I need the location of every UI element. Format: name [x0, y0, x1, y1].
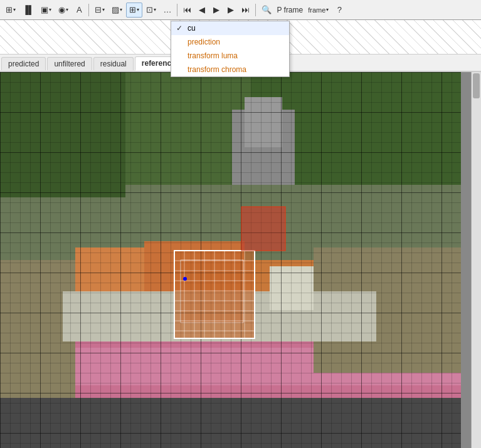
more-icon: …	[163, 6, 171, 14]
toolbar-btn-nav-end[interactable]: ⏭	[238, 3, 253, 18]
main-content: H E V C https://blog.csdn.net/qq_32642	[0, 72, 481, 448]
dropdown-menu: ✓ cu prediction transform luma transform…	[171, 21, 290, 77]
letter-icon: A	[77, 6, 82, 14]
dropdown-item-label-transform-luma: transform luma	[188, 51, 238, 60]
dropdown-item-label-transform-chroma: transform chroma	[188, 65, 246, 74]
toolbar-btn-nav-next[interactable]: ▶	[224, 3, 238, 18]
nav-start-icon: ⏮	[183, 6, 191, 14]
dropdown-arrow5: ▾	[120, 7, 122, 13]
check-icon: ✓	[176, 24, 184, 33]
toolbar-btn-frame-dropdown[interactable]: frame▾	[305, 3, 332, 18]
toolbar-btn-help[interactable]: ?	[332, 3, 346, 18]
separator2	[177, 4, 177, 16]
nav-next-icon: ▶	[228, 6, 234, 14]
toolbar-btn-square[interactable]: ▣▾	[38, 3, 55, 18]
image-icon: ▨	[112, 6, 119, 14]
toolbar-btn-more[interactable]: …	[160, 3, 174, 18]
frame-type-label: P frame	[275, 6, 304, 14]
dropdown-arrow4: ▾	[102, 7, 105, 13]
toolbar-btn-grid2[interactable]: ⊟▾	[92, 3, 108, 18]
dropdown-item-prediction[interactable]: prediction	[171, 35, 289, 49]
svg-rect-38	[241, 207, 285, 251]
bar-chart-icon: ▐▌	[23, 6, 34, 14]
toolbar-btn-search[interactable]: 🔍	[258, 3, 275, 18]
help-icon: ?	[337, 6, 342, 14]
filter-icon: ◉	[58, 6, 65, 14]
grid2-icon: ⊟	[95, 6, 102, 14]
vertical-scrollbar[interactable]	[471, 72, 481, 448]
toolbar-btn-nav-play[interactable]: ▶	[209, 3, 223, 18]
grid-icon: ⊞	[6, 6, 13, 14]
toolbar-group-tools: ⊞▾ ▐▌ ▣▾ ◉▾ A	[3, 3, 86, 18]
grid4-icon: ⊡	[146, 6, 153, 14]
grid-overlay-svg	[0, 72, 461, 448]
toolbar-group-frame: 🔍 P frame frame▾ ?	[258, 3, 346, 18]
dropdown-arrow6: ▾	[137, 7, 139, 13]
dropdown-item-transform-luma[interactable]: transform luma	[171, 49, 289, 63]
dropdown-arrow7: ▾	[154, 7, 156, 13]
dropdown-item-cu[interactable]: ✓ cu	[171, 21, 289, 35]
toolbar-btn-nav-prev[interactable]: ◀	[195, 3, 209, 18]
dropdown-arrow2: ▾	[49, 7, 51, 13]
search-icon: 🔍	[262, 6, 272, 14]
dropdown-arrow3: ▾	[66, 7, 68, 13]
nav-end-icon: ⏭	[241, 6, 250, 14]
dropdown-item-label-prediction: prediction	[188, 38, 220, 46]
tab-predicted[interactable]: predicted	[1, 57, 46, 70]
square-icon: ▣	[41, 6, 48, 14]
toolbar-btn-grid[interactable]: ⊞▾	[3, 3, 19, 18]
dropdown-item-label-cu: cu	[188, 24, 196, 33]
tab-unfiltered[interactable]: unfiltered	[47, 57, 92, 70]
toolbar-group-view: ⊟▾ ▨▾ ⊞▾ ⊡▾ …	[92, 3, 174, 18]
svg-point-39	[183, 277, 187, 281]
toolbar-btn-nav-start[interactable]: ⏮	[180, 3, 194, 18]
frame-dropdown-arrow: ▾	[326, 7, 329, 13]
main-toolbar: ⊞▾ ▐▌ ▣▾ ◉▾ A ⊟▾ ▨▾ ⊞▾ ⊡▾ … ⏮ ◀ ▶ ▶ ⏭ 🔍 …	[0, 0, 481, 20]
toolbar-btn-grid4[interactable]: ⊡▾	[143, 3, 159, 18]
dropdown-arrow: ▾	[13, 7, 16, 13]
toolbar-btn-filter[interactable]: ◉▾	[55, 3, 71, 18]
separator1	[88, 4, 89, 16]
toolbar-group-nav: ⏮ ◀ ▶ ▶ ⏭	[180, 3, 253, 18]
tab-residual[interactable]: residual	[93, 57, 134, 70]
toolbar-btn-image[interactable]: ▨▾	[108, 3, 125, 18]
dropdown-item-transform-chroma[interactable]: transform chroma	[171, 63, 289, 76]
toolbar-btn-grid3[interactable]: ⊞▾	[126, 3, 142, 18]
nav-play-icon: ▶	[213, 6, 219, 14]
separator3	[255, 4, 256, 16]
nav-prev-icon: ◀	[199, 6, 205, 14]
scrollbar-thumb[interactable]	[473, 73, 480, 98]
toolbar-btn-letter[interactable]: A	[72, 3, 86, 18]
grid3-icon: ⊞	[129, 6, 136, 14]
frame-dropdown-label: frame	[308, 6, 325, 14]
toolbar-btn-bar-chart[interactable]: ▐▌	[19, 3, 37, 18]
